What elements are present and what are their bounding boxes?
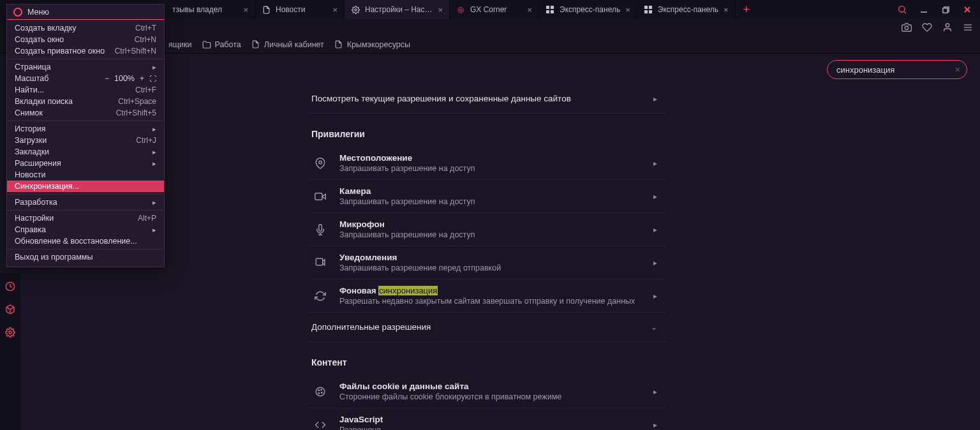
row-javascript[interactable]: JavaScript Разрешено ▸ (309, 408, 666, 430)
row-title: Камера (339, 186, 643, 196)
menu-new-private[interactable]: Создать приватное окноCtrl+Shift+N (7, 45, 164, 57)
menu-new-tab[interactable]: Создать вкладкуCtrl+T (7, 22, 164, 34)
bookmark-item[interactable]: Крымэкоресурсы (334, 40, 410, 49)
fullscreen-icon[interactable]: ⛶ (149, 75, 156, 82)
menu-search-tabs[interactable]: Вкладки поискаCtrl+Space (7, 96, 164, 107)
svg-point-23 (319, 161, 322, 164)
menu-separator (7, 210, 164, 211)
camera-icon (311, 191, 329, 202)
row-microphone[interactable]: Микрофон Запрашивать разрешение на досту… (309, 213, 666, 246)
tab-2[interactable]: Настройки – Настройки с × (345, 0, 450, 19)
menu-help[interactable]: Справка▸ (7, 224, 164, 235)
snapshot-icon[interactable] (901, 22, 912, 33)
chevron-right-icon: ▸ (653, 225, 657, 234)
folder-icon (202, 40, 211, 49)
svg-point-0 (354, 8, 356, 10)
profile-icon[interactable] (942, 22, 953, 33)
settings-icon[interactable] (4, 327, 16, 338)
close-window-icon[interactable] (961, 3, 974, 16)
row-title: Уведомления (339, 253, 643, 262)
new-tab-button[interactable]: + (736, 4, 758, 15)
row-title: Посмотреть текущие разрешения и сохранен… (311, 94, 643, 103)
menu-bookmarks[interactable]: Закладки▸ (7, 146, 164, 158)
svg-rect-3 (546, 10, 549, 13)
row-subtitle: Запрашивать разрешение перед отправкой (339, 263, 643, 272)
row-notifications[interactable]: Уведомления Запрашивать разрешение перед… (309, 246, 666, 279)
svg-line-10 (904, 11, 906, 13)
row-background-sync[interactable]: Фоновая синхронизация Разрешать недавно … (309, 279, 666, 313)
tab-4[interactable]: Экспресс-панель × (539, 0, 637, 19)
menu-new-window[interactable]: Создать окноCtrl+N (7, 34, 164, 45)
bookmark-item[interactable]: Личный кабинет (251, 40, 324, 49)
close-icon[interactable]: × (724, 5, 729, 15)
row-title: Файлы cookie и данные сайта (339, 382, 643, 391)
bookmark-folder[interactable]: Работа (202, 40, 241, 49)
section-content: Контент (311, 357, 666, 367)
close-icon[interactable]: × (243, 5, 248, 15)
menu-separator (7, 194, 164, 195)
menu-downloads[interactable]: ЗагрузкиCtrl+J (7, 135, 164, 146)
search-input[interactable] (836, 65, 955, 75)
history-icon[interactable] (4, 281, 16, 292)
submenu-icon: ▸ (152, 159, 156, 168)
menu-update[interactable]: Обновление & восстановление... (7, 235, 164, 247)
menu-history[interactable]: История▸ (7, 123, 164, 135)
close-icon[interactable]: × (438, 5, 443, 15)
chevron-right-icon: ▸ (653, 159, 657, 168)
menu-find[interactable]: Найти...Ctrl+F (7, 84, 164, 96)
svg-point-29 (316, 387, 325, 396)
maximize-icon[interactable] (939, 3, 952, 16)
minimize-icon[interactable] (917, 3, 930, 16)
menu-separator (7, 121, 164, 121)
tab-title: Настройки – Настройки с (365, 5, 433, 14)
row-subtitle: Разрешать недавно закрытым сайтам заверш… (339, 297, 643, 306)
bookmark-item[interactable]: ящики (168, 40, 192, 49)
menu-news[interactable]: Новости (7, 169, 164, 181)
svg-rect-4 (551, 10, 554, 13)
sync-icon (311, 290, 329, 302)
menu-settings[interactable]: НастройкиAlt+P (7, 212, 164, 224)
svg-rect-6 (649, 6, 652, 9)
close-icon[interactable]: × (625, 5, 630, 15)
page-icon (251, 40, 260, 49)
chevron-right-icon: ▸ (653, 192, 657, 201)
row-cookies[interactable]: Файлы cookie и данные сайта Сторонние фа… (309, 375, 666, 408)
row-camera[interactable]: Камера Запрашивать разрешение на доступ … (309, 180, 666, 213)
row-title: JavaScript (339, 415, 643, 424)
zoom-out-button[interactable]: − (103, 74, 110, 83)
menu-separator (7, 59, 164, 59)
menu-sync[interactable]: Синхронизация... (7, 181, 164, 192)
tab-0[interactable]: тзывы владел × (166, 0, 255, 19)
chevron-right-icon: ▸ (653, 420, 657, 429)
clear-search-icon[interactable]: × (955, 64, 960, 75)
speeddial-icon (644, 5, 653, 14)
tab-title: Экспресс-панель (560, 5, 620, 14)
menu-page[interactable]: Страница▸ (7, 61, 164, 73)
row-view-permissions[interactable]: Посмотреть текущие разрешения и сохранен… (309, 84, 666, 114)
svg-point-31 (321, 389, 322, 390)
row-additional-permissions[interactable]: Дополнительные разрешения ⌄ (309, 313, 666, 342)
zoom-in-button[interactable]: + (138, 74, 145, 83)
tab-title: Экспресс-панель (658, 5, 718, 14)
easy-setup-icon[interactable] (962, 22, 974, 33)
menu-extensions[interactable]: Расширения▸ (7, 158, 164, 169)
tab-5[interactable]: Экспресс-панель × (637, 0, 736, 19)
heart-icon[interactable] (921, 22, 933, 33)
chevron-right-icon: ▸ (653, 94, 657, 103)
settings-search[interactable]: × (827, 60, 967, 79)
close-icon[interactable]: × (332, 5, 338, 15)
row-subtitle: Запрашивать разрешение на доступ (339, 230, 643, 239)
svg-rect-7 (644, 10, 648, 13)
menu-developer[interactable]: Разработка▸ (7, 196, 164, 208)
speeddial-icon (546, 5, 554, 14)
row-location[interactable]: Местоположение Запрашивать разрешение на… (309, 147, 666, 180)
tab-1[interactable]: Новости × (255, 0, 345, 19)
svg-point-32 (322, 392, 323, 393)
svg-point-15 (905, 26, 908, 29)
cube-icon[interactable] (4, 304, 16, 315)
menu-exit[interactable]: Выход из программы (7, 251, 164, 263)
tab-3[interactable]: ◎ GX Corner × (450, 0, 539, 19)
search-icon[interactable] (896, 3, 909, 16)
close-icon[interactable]: × (527, 5, 532, 15)
menu-snapshot[interactable]: СнимокCtrl+Shift+5 (7, 107, 164, 119)
